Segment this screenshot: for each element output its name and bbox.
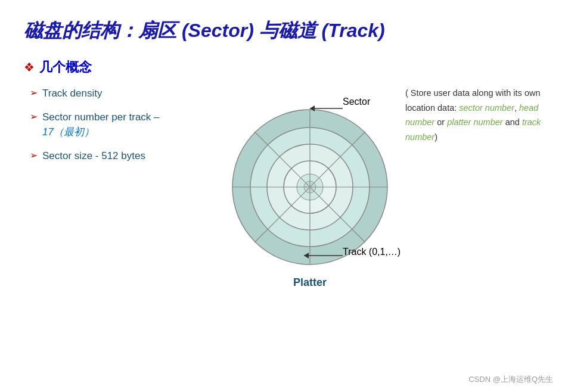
info-italic-sector-number: sector number	[459, 103, 514, 113]
track-arrow	[304, 247, 346, 265]
info-comma-1: ,	[514, 103, 519, 113]
sector-label: Sector	[343, 97, 370, 107]
left-panel: ➢ Track density ➢ Sector number per trac…	[24, 86, 215, 172]
bullet-arrow-2: ➢	[30, 111, 38, 122]
diamond-icon: ❖	[24, 60, 35, 74]
bullet-text-1: Track density	[42, 86, 102, 101]
info-close-paren: )	[434, 132, 437, 142]
sector-arrow	[310, 99, 346, 117]
svg-marker-13	[304, 253, 309, 259]
bullet-item-1: ➢ Track density	[24, 86, 215, 101]
bullet-text-3: Sector size - 512 bytes	[42, 148, 145, 164]
bullet-arrow-1: ➢	[30, 87, 38, 98]
bullet-arrow-3: ➢	[30, 150, 38, 161]
info-or: or	[437, 117, 447, 127]
platter-label: Platter	[274, 276, 346, 289]
track-label: Track (0,1,…)	[343, 247, 401, 257]
info-italic-platter-number: platter number	[447, 117, 503, 127]
slide: 磁盘的结构：扇区 (Sector) 与磁道 (Track) ❖ 几个概念 ➢ T…	[0, 0, 565, 392]
title-track-en: (Track)	[322, 20, 385, 41]
title-cn-middle: 与磁道	[254, 20, 322, 41]
diagram-area: Sector Track (0,1,…)	[226, 86, 565, 312]
info-and: and	[505, 117, 522, 127]
content-area: ➢ Track density ➢ Sector number per trac…	[24, 86, 541, 312]
disk-diagram	[226, 104, 393, 270]
bullet-2-main: Sector number per track –	[42, 111, 160, 123]
bullet-item-2: ➢ Sector number per track – 17（最初）	[24, 110, 215, 140]
svg-marker-11	[310, 105, 315, 111]
bullet-text-2: Sector number per track – 17（最初）	[42, 110, 160, 140]
title-cn-prefix: 磁盘的结构：扇区	[24, 20, 182, 41]
section-title: 几个概念	[39, 58, 92, 76]
watermark: CSDN @上海运维Q先生	[468, 374, 553, 385]
slide-title: 磁盘的结构：扇区 (Sector) 与磁道 (Track)	[24, 18, 541, 44]
title-sector-en: (Sector)	[182, 20, 254, 41]
bullet-2-sub: 17（最初）	[42, 126, 94, 138]
info-box: ( Store user data along with its own loc…	[405, 86, 565, 145]
right-panel: Sector Track (0,1,…)	[226, 86, 565, 312]
bullet-item-3: ➢ Sector size - 512 bytes	[24, 148, 215, 164]
section-header: ❖ 几个概念	[24, 58, 541, 76]
